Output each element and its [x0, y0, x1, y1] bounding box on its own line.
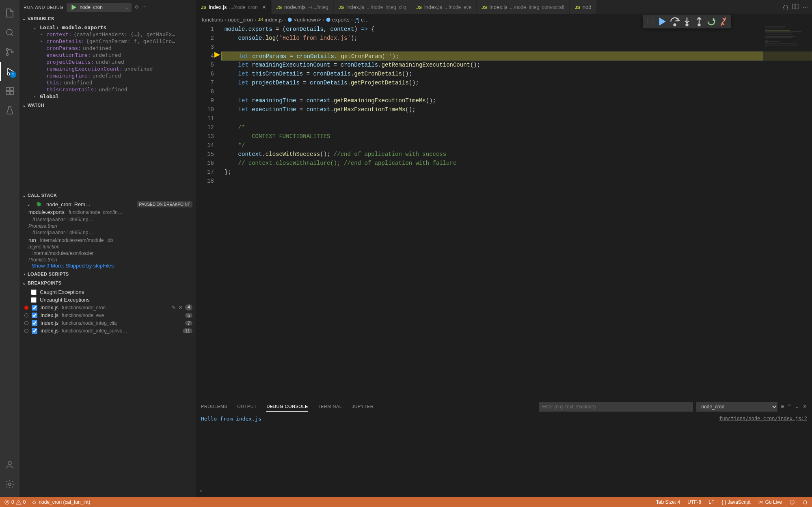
code-line[interactable]: console.log('Hello from index.js');	[221, 34, 812, 43]
chevron-down-icon[interactable]: ⌄	[795, 403, 799, 410]
console-prompt[interactable]: ›	[196, 488, 812, 497]
code-line[interactable]: let executionTime = context.getMaxExecut…	[221, 105, 812, 114]
bp-caught-exceptions[interactable]: Caught Exceptions	[19, 288, 196, 296]
editor-tab[interactable]: JSnode.mjs~/.../integ	[272, 0, 334, 14]
status-tab-size[interactable]: Tab Size: 4	[656, 499, 680, 505]
bp-uncaught-exceptions[interactable]: Uncaught Exceptions	[19, 296, 196, 304]
code-line[interactable]: let projectDetails = cronDetails.getProj…	[221, 78, 812, 87]
variable-row[interactable]: ›cronDetails: {getCronParam: f, getAllCr…	[19, 38, 196, 45]
editor-tab[interactable]: JSnod	[570, 0, 596, 14]
more-icon[interactable]: ⋯	[142, 4, 147, 10]
code-line[interactable]	[221, 114, 812, 123]
breakpoints-section[interactable]: ⌄ BREAKPOINTS	[19, 278, 196, 287]
checkbox[interactable]	[32, 320, 37, 326]
breakpoint-row[interactable]: index.jsfunctions/node_integ_convo…11	[19, 327, 196, 334]
callstack-frame[interactable]: module.exportsfunctions/node_cron/in…	[19, 208, 196, 216]
callstack-frame[interactable]: runinternal/modules/esm/module_job	[19, 236, 196, 244]
code-line[interactable]: let cronParams = cronDetails. getCronPar…	[221, 52, 812, 60]
step-over-button[interactable]	[669, 16, 680, 27]
variable-row[interactable]: projectDetails: undefined	[19, 58, 196, 65]
test-icon[interactable]	[0, 101, 19, 120]
panel-tab[interactable]: JUPYTER	[352, 401, 374, 412]
panel-tab[interactable]: PROBLEMS	[201, 401, 227, 412]
checkbox[interactable]	[32, 328, 37, 334]
editor-tab[interactable]: JSindex.js.../node_integ_cliq	[334, 0, 412, 14]
panel-tab[interactable]: TERMINAL	[318, 401, 342, 412]
code-line[interactable]: };	[221, 168, 812, 177]
code-line[interactable]	[221, 87, 812, 96]
code-line[interactable]: let remainingTime = context.getRemaining…	[221, 96, 812, 105]
code-line[interactable]	[221, 43, 812, 52]
variable-row[interactable]: cronParams: undefined	[19, 45, 196, 52]
status-language[interactable]: { }JavaScript	[721, 499, 750, 505]
status-go-live[interactable]: Go Live	[758, 499, 782, 505]
search-icon[interactable]	[0, 23, 19, 42]
editor-body[interactable]: 123456789101112131415161718 module.expor…	[196, 25, 812, 400]
variable-row[interactable]: remainingTime: undefined	[19, 72, 196, 79]
panel-tab[interactable]: OUTPUT	[237, 401, 257, 412]
code-line[interactable]: CONTEXT FUNCTIONALITIES	[221, 132, 812, 141]
status-encoding[interactable]: UTF-8	[687, 499, 701, 505]
scope-local[interactable]: ⌄ Local: module.exports	[19, 24, 196, 31]
callstack-frame[interactable]: /Users/jawahar-14995/.np…	[19, 229, 196, 236]
panel-tab[interactable]: DEBUG CONSOLE	[266, 401, 308, 412]
checkbox[interactable]	[31, 297, 37, 303]
status-errors[interactable]: 0 0	[4, 499, 26, 505]
close-icon[interactable]: ✕	[178, 304, 183, 311]
code-line[interactable]: let thisCronDetails = cronDetails.getCro…	[221, 69, 812, 78]
code-line[interactable]: let remainingExecutionCount = cronDetail…	[221, 60, 812, 69]
variables-section[interactable]: ⌄ VARIABLES	[19, 14, 196, 23]
variable-row[interactable]: remainingExecutionCount: undefined	[19, 65, 196, 72]
source-control-icon[interactable]	[0, 42, 19, 62]
loaded-scripts-section[interactable]: › LOADED SCRIPTS	[19, 270, 196, 278]
code-line[interactable]: context.closeWithSuccess(); //end of app…	[221, 150, 812, 159]
restart-button[interactable]	[706, 16, 717, 27]
callstack-frame[interactable]: internal/modules/esm/loader	[19, 250, 196, 257]
variable-row[interactable]: ›context: {catalystHeaders: {…}, getMaxE…	[19, 31, 196, 38]
drag-handle-icon[interactable]: ⋮⋮	[645, 16, 656, 27]
debug-config-select[interactable]: node_cron ⌵	[67, 3, 132, 12]
step-into-button[interactable]	[682, 16, 692, 27]
gear-icon[interactable]: ⚙	[135, 4, 139, 10]
checkbox[interactable]	[31, 289, 37, 295]
scope-global[interactable]: › Global	[19, 93, 196, 100]
console-filter-input[interactable]	[539, 402, 693, 412]
editor-tab[interactable]: JSindex.js.../node_eve	[411, 0, 477, 14]
close-icon[interactable]: ✕	[262, 4, 266, 10]
breakpoint-row[interactable]: index.jsfunctions/node_integ_cliq7	[19, 319, 196, 327]
continue-button[interactable]	[657, 16, 668, 27]
code-line[interactable]	[221, 177, 812, 186]
skip-files-link[interactable]: Show 3 More: Skipped by skipFiles	[19, 263, 196, 269]
callstack-thread[interactable]: ⌄ 🪲 node_cron: Rem… PAUSED ON BREAKPOINT	[19, 201, 196, 208]
code-line[interactable]: // context.closeWithFailure(); //end of …	[221, 159, 812, 168]
list-icon[interactable]: ≡	[781, 403, 784, 410]
variable-row[interactable]: thisCronDetails: undefined	[19, 86, 196, 93]
step-out-button[interactable]	[694, 16, 704, 27]
status-eol[interactable]: LF	[708, 499, 714, 505]
more-icon[interactable]: ⋯	[803, 4, 808, 10]
callstack-section[interactable]: ⌄ CALL STACK	[19, 191, 196, 200]
run-debug-icon[interactable]: 1	[0, 62, 19, 81]
breakpoint-row[interactable]: index.jsfunctions/node_eve5	[19, 311, 196, 319]
disconnect-button[interactable]	[718, 16, 729, 27]
console-session-select[interactable]: node_cron	[696, 402, 777, 412]
minimap[interactable]	[763, 25, 812, 400]
checkbox[interactable]	[32, 305, 37, 311]
status-debug-target[interactable]: node_cron (cat_tun_int)	[31, 499, 90, 505]
breakpoint-row[interactable]: index.jsfunctions/node_cron✎✕4	[19, 304, 196, 311]
status-bell-icon[interactable]	[802, 499, 808, 505]
status-feedback-icon[interactable]	[789, 499, 795, 505]
code-line[interactable]: */	[221, 141, 812, 150]
braces-icon[interactable]: { }	[783, 4, 788, 10]
callstack-frame[interactable]: /Users/jawahar-14995/.np…	[19, 216, 196, 223]
split-icon[interactable]	[792, 3, 799, 11]
console-source-link[interactable]: functions/node_cron/index.js:2	[719, 416, 807, 485]
checkbox[interactable]	[32, 313, 37, 318]
chevron-up-icon[interactable]: ⌃	[787, 403, 792, 410]
editor-tab[interactable]: JSindex.js.../node_cron✕	[196, 0, 272, 14]
extensions-icon[interactable]	[0, 81, 19, 101]
account-icon[interactable]	[0, 455, 19, 475]
watch-section[interactable]: ⌄ WATCH	[19, 101, 196, 110]
variable-row[interactable]: executionTime: undefined	[19, 52, 196, 58]
explorer-icon[interactable]	[0, 3, 19, 23]
